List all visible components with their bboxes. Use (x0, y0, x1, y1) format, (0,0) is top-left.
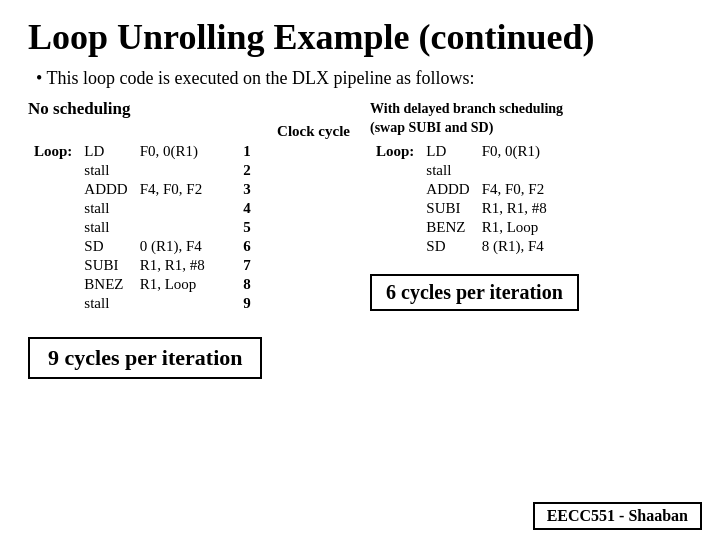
footer-label: EECC551 - Shaaban (533, 502, 702, 530)
operand-cell: 0 (R1), F4 (134, 237, 229, 256)
operand-cell: F0, 0(R1) (476, 142, 576, 161)
cycle-cell: 6 (229, 237, 257, 256)
instr-cell: BENZ (420, 218, 475, 237)
cycle-cell: 1 (229, 142, 257, 161)
label-cell (28, 199, 78, 218)
instr-cell: ADDD (420, 180, 475, 199)
operand-cell: R1, R1, #8 (134, 256, 229, 275)
table-row: stall (370, 161, 576, 180)
cycle-cell: 3 (229, 180, 257, 199)
operand-cell: R1, Loop (476, 218, 576, 237)
operand-cell (134, 161, 229, 180)
instr-cell: stall (78, 218, 133, 237)
table-row: BENZ R1, Loop (370, 218, 576, 237)
page-title: Loop Unrolling Example (continued) (28, 18, 692, 58)
label-cell (28, 161, 78, 180)
left-column: No scheduling Clock cycle Loop: LD F0, 0… (28, 99, 360, 379)
table-row: stall 4 (28, 199, 257, 218)
left-table-wrap: Clock cycle Loop: LD F0, 0(R1) 1 stall 2… (28, 123, 350, 379)
bullet-symbol: • (36, 68, 46, 88)
operand-cell: F0, 0(R1) (134, 142, 229, 161)
table-row: stall 2 (28, 161, 257, 180)
right-header: With delayed branch scheduling(swap SUBI… (370, 99, 692, 138)
instr-cell: stall (420, 161, 475, 180)
operand-cell: F4, F0, F2 (134, 180, 229, 199)
instr-cell: BNEZ (78, 275, 133, 294)
label-cell (28, 256, 78, 275)
right-cycles-box: 6 cycles per iteration (370, 274, 579, 311)
operand-cell: 8 (R1), F4 (476, 237, 576, 256)
left-table: Loop: LD F0, 0(R1) 1 stall 2 ADDD F4, F0… (28, 142, 257, 313)
table-row: SUBI R1, R1, #8 7 (28, 256, 257, 275)
slide: Loop Unrolling Example (continued) • Thi… (0, 0, 720, 540)
right-column: With delayed branch scheduling(swap SUBI… (360, 99, 692, 379)
no-scheduling-title: No scheduling (28, 99, 350, 119)
label-cell (370, 199, 420, 218)
operand-cell: R1, R1, #8 (476, 199, 576, 218)
instr-cell: SD (420, 237, 475, 256)
left-cycles-box: 9 cycles per iteration (28, 337, 262, 379)
table-row: stall 9 (28, 294, 257, 313)
instr-cell: SUBI (420, 199, 475, 218)
table-row: SUBI R1, R1, #8 (370, 199, 576, 218)
operand-cell (476, 161, 576, 180)
bullet-text: • This loop code is executed on the DLX … (36, 68, 692, 89)
instr-cell: SUBI (78, 256, 133, 275)
label-cell (28, 218, 78, 237)
label-cell (370, 218, 420, 237)
label-cell (28, 294, 78, 313)
cycle-cell: 2 (229, 161, 257, 180)
operand-cell: R1, Loop (134, 275, 229, 294)
cycle-cell: 4 (229, 199, 257, 218)
label-cell (28, 237, 78, 256)
label-cell (28, 275, 78, 294)
table-row: ADDD F4, F0, F2 3 (28, 180, 257, 199)
label-cell (370, 180, 420, 199)
table-row: Loop: LD F0, 0(R1) (370, 142, 576, 161)
instr-cell: LD (78, 142, 133, 161)
table-row: ADDD F4, F0, F2 (370, 180, 576, 199)
clock-cycle-header: Clock cycle (28, 123, 350, 140)
table-row: stall 5 (28, 218, 257, 237)
instr-cell: SD (78, 237, 133, 256)
cycle-cell: 8 (229, 275, 257, 294)
label-cell (28, 180, 78, 199)
cycle-cell: 7 (229, 256, 257, 275)
cycle-cell: 5 (229, 218, 257, 237)
right-table: Loop: LD F0, 0(R1) stall ADDD F4, F0, F2… (370, 142, 576, 256)
operand-cell (134, 294, 229, 313)
operand-cell (134, 199, 229, 218)
instr-cell: LD (420, 142, 475, 161)
content-area: No scheduling Clock cycle Loop: LD F0, 0… (28, 99, 692, 379)
table-row: BNEZ R1, Loop 8 (28, 275, 257, 294)
operand-cell (134, 218, 229, 237)
label-cell: Loop: (28, 142, 78, 161)
table-row: SD 8 (R1), F4 (370, 237, 576, 256)
table-row: SD 0 (R1), F4 6 (28, 237, 257, 256)
label-cell (370, 237, 420, 256)
operand-cell: F4, F0, F2 (476, 180, 576, 199)
table-row: Loop: LD F0, 0(R1) 1 (28, 142, 257, 161)
label-cell (370, 161, 420, 180)
label-cell: Loop: (370, 142, 420, 161)
cycle-cell: 9 (229, 294, 257, 313)
instr-cell: stall (78, 161, 133, 180)
instr-cell: ADDD (78, 180, 133, 199)
instr-cell: stall (78, 294, 133, 313)
instr-cell: stall (78, 199, 133, 218)
